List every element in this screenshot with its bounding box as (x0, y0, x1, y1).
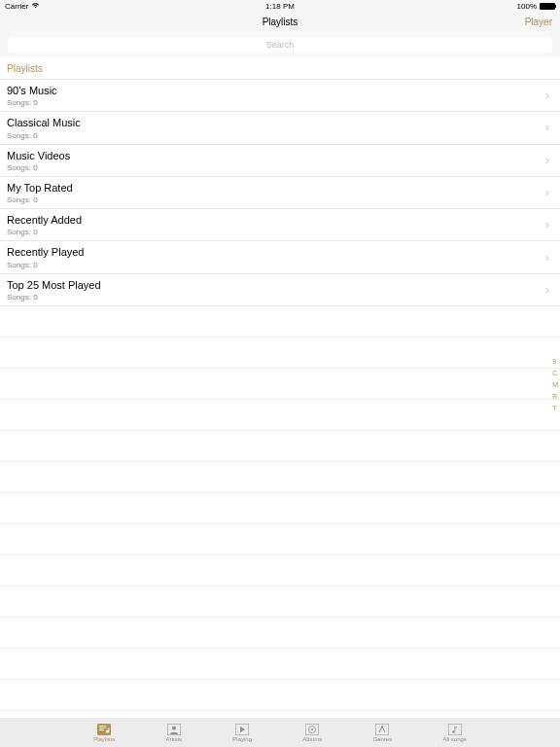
playlist-row[interactable]: My Top Rated Songs: 0 › (0, 177, 560, 209)
section-index[interactable]: 9 C M R T (552, 358, 558, 411)
content: Playlists 90's Music Songs: 0 › Classica… (0, 57, 560, 711)
index-letter[interactable]: C (552, 370, 558, 376)
chevron-right-icon: › (545, 186, 553, 199)
playlist-row[interactable]: Top 25 Most Played Songs: 0 › (0, 274, 560, 306)
tab-label: Artists (165, 736, 182, 742)
playing-icon (234, 723, 250, 735)
playlist-row[interactable]: Classical Music Songs: 0 › (0, 112, 560, 144)
playlist-name: Recently Added (7, 213, 82, 227)
tab-playing[interactable]: Playing (232, 723, 252, 742)
all-songs-icon (447, 723, 463, 735)
tab-label: Genres (373, 736, 393, 742)
svg-rect-12 (375, 724, 389, 735)
svg-rect-1 (99, 726, 106, 727)
tab-bar: Playlists Artists Playing Albums Genres … (0, 718, 560, 747)
playlist-name: Music Videos (7, 149, 70, 162)
status-left: Carrier (5, 2, 40, 11)
svg-rect-2 (99, 728, 106, 729)
playlist-row[interactable]: Recently Added Songs: 0 › (0, 209, 560, 241)
chevron-right-icon: › (545, 283, 553, 297)
tab-artists[interactable]: Artists (165, 723, 182, 742)
playlist-row[interactable]: 90's Music Songs: 0 › (0, 80, 560, 112)
tab-all-songs[interactable]: All songs (442, 723, 466, 742)
svg-point-11 (311, 729, 313, 730)
status-bar: Carrier 1:18 PM 100% (0, 0, 560, 12)
playlist-sub: Songs: 0 (7, 228, 82, 236)
status-time: 1:18 PM (265, 2, 295, 11)
index-letter[interactable]: T (552, 405, 558, 411)
svg-rect-3 (99, 729, 104, 730)
chevron-right-icon: › (545, 154, 553, 167)
page-title: Playlists (262, 17, 298, 27)
carrier-label: Carrier (5, 2, 28, 11)
index-letter[interactable]: 9 (552, 358, 558, 365)
playlist-name: Top 25 Most Played (7, 278, 101, 292)
playlist-sub: Songs: 0 (7, 163, 70, 172)
battery-pct: 100% (517, 2, 537, 11)
tab-label: All songs (442, 736, 466, 742)
index-letter[interactable]: M (552, 381, 558, 388)
playlist-sub: Songs: 0 (7, 98, 57, 107)
index-letter[interactable]: R (552, 393, 558, 400)
tab-albums[interactable]: Albums (302, 723, 322, 742)
section-header-playlists[interactable]: Playlists (0, 57, 560, 80)
playlist-row[interactable]: Music Videos Songs: 0 › (0, 145, 560, 177)
playlist-name: Recently Played (7, 245, 85, 259)
chevron-right-icon: › (545, 218, 553, 231)
playlist-sub: Songs: 0 (7, 293, 101, 302)
chevron-right-icon: › (545, 121, 553, 134)
chevron-right-icon: › (545, 251, 553, 265)
tab-genres[interactable]: Genres (373, 723, 393, 742)
tab-label: Playlists (93, 736, 115, 742)
tab-label: Albums (302, 736, 322, 742)
player-button[interactable]: Player (525, 17, 552, 27)
nav-bar: Playlists Player (0, 12, 560, 31)
svg-point-15 (452, 730, 455, 733)
playlist-sub: Songs: 0 (7, 196, 73, 204)
tab-label: Playing (232, 736, 252, 742)
chevron-right-icon: › (545, 89, 553, 102)
playlist-sub: Songs: 0 (7, 131, 81, 140)
playlist-sub: Songs: 0 (7, 261, 85, 269)
albums-icon (304, 723, 320, 735)
playlist-name: 90's Music (7, 84, 57, 97)
playlist-name: Classical Music (7, 116, 81, 129)
playlist-row[interactable]: Recently Played Songs: 0 › (0, 241, 560, 273)
playlists-icon (96, 723, 112, 735)
svg-rect-5 (109, 728, 110, 731)
genres-icon (374, 723, 390, 735)
empty-rows (0, 306, 560, 711)
playlist-name: My Top Rated (7, 181, 73, 195)
search-input[interactable] (8, 37, 552, 53)
status-right: 100% (517, 2, 555, 11)
svg-point-7 (172, 726, 176, 729)
battery-icon (540, 3, 555, 10)
artists-icon (166, 723, 182, 735)
tab-playlists[interactable]: Playlists (93, 723, 115, 742)
svg-point-13 (381, 726, 383, 728)
search-wrap (0, 31, 560, 57)
wifi-icon (31, 2, 40, 11)
